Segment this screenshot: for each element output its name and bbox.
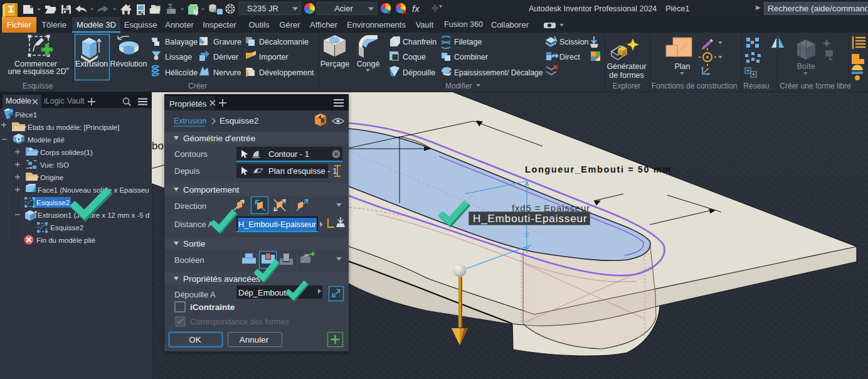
svg-text:Congé: Congé [357, 60, 380, 68]
svg-text:Propriétés avancées: Propriétés avancées [183, 274, 260, 284]
svg-text:Réseau: Réseau [743, 82, 769, 90]
svg-text:Correspondance des formes: Correspondance des formes [190, 318, 289, 326]
svg-text:Hélicoïde: Hélicoïde [165, 68, 198, 77]
svg-text:Explorer: Explorer [613, 82, 641, 90]
svg-text:Corps solides(1): Corps solides(1) [40, 149, 93, 156]
svg-text:Combiner: Combiner [454, 53, 488, 61]
svg-text:iContrainte: iContrainte [190, 302, 235, 312]
svg-text:Coque: Coque [403, 53, 426, 61]
svg-text:Gravure: Gravure [213, 38, 241, 46]
svg-text:Modèle plié: Modèle plié [28, 136, 65, 144]
svg-text:Fin du modèle plié: Fin du modèle plié [36, 237, 95, 244]
svg-text:Direct: Direct [559, 53, 580, 61]
svg-text:Origine: Origine [40, 174, 63, 181]
svg-text:Epaississement/ Décalage: Epaississement/ Décalage [454, 68, 543, 77]
svg-text:Booléen: Booléen [174, 255, 204, 265]
svg-text:Extrusion: Extrusion [75, 60, 108, 68]
svg-text:fx: fx [412, 3, 420, 14]
svg-text:Balayage: Balayage [165, 38, 198, 46]
svg-text:Direction: Direction [174, 201, 206, 211]
svg-text:Esquisse: Esquisse [23, 82, 53, 90]
svg-text:bo: bo [152, 140, 164, 152]
svg-text:H_Embouti-Epaisseur: H_Embouti-Epaisseur [238, 220, 317, 229]
svg-text:S235 JR: S235 JR [247, 4, 278, 13]
svg-text:Générateur: Générateur [606, 62, 646, 71]
svg-text:Distance A: Distance A [174, 220, 213, 229]
svg-text:Comportement: Comportement [183, 185, 240, 195]
svg-text:Pièce1: Pièce1 [15, 111, 37, 119]
svg-text:Esquisse2: Esquisse2 [50, 224, 83, 232]
svg-text:Depuis: Depuis [174, 166, 200, 176]
svg-text:Scission: Scission [559, 38, 589, 46]
svg-text:Créer: Créer [188, 82, 207, 90]
svg-text:Vue: ISO: Vue: ISO [40, 161, 69, 169]
svg-text:Importer: Importer [259, 53, 288, 61]
svg-text:Annuler: Annuler [240, 335, 269, 344]
svg-text:Sortie: Sortie [183, 239, 205, 248]
svg-text:Lissage: Lissage [165, 53, 192, 61]
svg-text:Acier: Acier [334, 4, 353, 13]
svg-text:Révolution: Révolution [110, 60, 147, 68]
svg-text:Plan d'esquisse - 1: Plan d'esquisse - 1 [268, 166, 337, 176]
svg-text:Décalcomanie: Décalcomanie [259, 38, 309, 46]
svg-text:Chanfrein: Chanfrein [403, 38, 437, 46]
svg-text:une esquisse 2D: une esquisse 2D [8, 67, 66, 76]
svg-text:Dépouille A: Dépouille A [174, 290, 216, 299]
svg-text:Modifier: Modifier [445, 82, 472, 90]
svg-text:de formes: de formes [609, 71, 644, 80]
svg-text:Dépouille: Dépouille [403, 68, 435, 77]
svg-text:Boîte: Boîte [797, 62, 815, 71]
svg-text:Nervure: Nervure [213, 68, 241, 77]
svg-text:Esquisse2: Esquisse2 [220, 116, 258, 125]
svg-text:Contours: Contours [174, 149, 208, 159]
svg-text:États du modèle: [Principale]: États du modèle: [Principale] [28, 124, 119, 131]
svg-text:Contour - 1: Contour - 1 [268, 149, 309, 159]
svg-text:Perçage: Perçage [320, 60, 350, 68]
svg-text:OK: OK [189, 335, 201, 344]
svg-text:Filetage: Filetage [454, 38, 482, 46]
svg-text:Plan: Plan [674, 62, 690, 71]
svg-text:H_Embouti-Epaisseur: H_Embouti-Epaisseur [473, 213, 587, 225]
svg-text:Dép_Embouti: Dép_Embouti [238, 288, 288, 297]
svg-text:Développement: Développement [259, 68, 314, 77]
svg-text:Extrusion: Extrusion [174, 117, 206, 125]
svg-text:Créer une forme libre: Créer une forme libre [780, 82, 851, 90]
svg-text:Géométrie d'entrée: Géométrie d'entrée [183, 134, 255, 143]
svg-text:Dériver: Dériver [213, 53, 238, 61]
svg-text:Esquisse2: Esquisse2 [36, 199, 70, 206]
svg-text:Propriétés: Propriétés [169, 99, 207, 109]
svg-text:Longueur_Embouti = 50 mm: Longueur_Embouti = 50 mm [525, 164, 672, 174]
svg-text:Fonctions de construction: Fonctions de construction [652, 82, 738, 90]
svg-text:Face1 (Nouveau solide x Epais: Face1 (Nouveau solide x Epaisseur) [38, 186, 149, 194]
